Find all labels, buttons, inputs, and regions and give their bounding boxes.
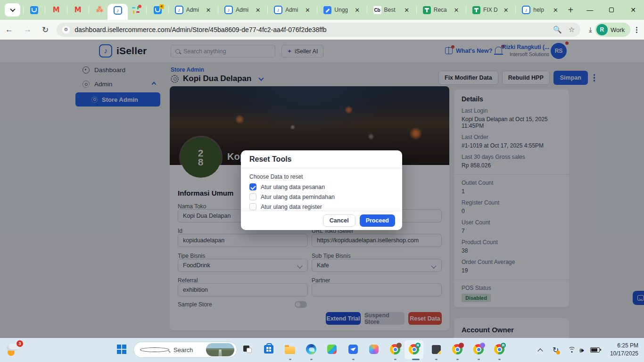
- crunchbase-icon: Cb: [373, 6, 381, 14]
- tray-hidden-icons[interactable]: [538, 338, 542, 362]
- wing-icon: [348, 345, 358, 354]
- weather-widget[interactable]: 3: [7, 342, 24, 358]
- intercom-icon: [30, 6, 38, 14]
- tray-wifi[interactable]: [568, 338, 576, 362]
- file-explorer-button[interactable]: [283, 342, 297, 356]
- taskbar-search[interactable]: Search: [133, 342, 237, 358]
- reload-button[interactable]: ↻: [37, 25, 54, 35]
- microsoft-store-button[interactable]: [262, 342, 276, 356]
- close-icon[interactable]: ✕: [552, 7, 559, 14]
- back-button[interactable]: ←: [0, 25, 18, 34]
- bookmark-star-icon[interactable]: ☆: [569, 25, 575, 34]
- checkbox-unchecked[interactable]: [249, 193, 256, 200]
- gmail-icon: M: [53, 6, 60, 14]
- close-icon[interactable]: ✕: [255, 7, 261, 14]
- close-window-button[interactable]: ✕: [622, 0, 644, 20]
- pinned-tab-gmail-2[interactable]: M: [70, 2, 86, 18]
- url-text[interactable]: dashboard.isellercommerce.com/Admin/Stor…: [74, 26, 546, 33]
- maximize-button[interactable]: [601, 0, 622, 20]
- url-bar[interactable]: dashboard.isellercommerce.com/Admin/Stor…: [57, 23, 580, 37]
- lark-button[interactable]: [346, 342, 360, 356]
- checkbox-row[interactable]: Atur ulang data pesanan: [249, 183, 394, 190]
- speaker-icon: 🕪: [579, 346, 584, 354]
- site-settings-icon[interactable]: [62, 26, 70, 33]
- tray-battery[interactable]: [590, 338, 600, 362]
- iseller-icon: ♪: [114, 6, 122, 15]
- tray-update[interactable]: ↻: [553, 338, 559, 362]
- iseller-icon: ♪: [175, 6, 183, 14]
- copilot-button[interactable]: [367, 342, 381, 356]
- edge-icon: [306, 344, 316, 354]
- pinned-tab-hubspot[interactable]: ⁂: [92, 2, 107, 18]
- spreadsheet-icon: [472, 6, 480, 14]
- close-icon[interactable]: ✕: [453, 7, 460, 14]
- checkbox-checked[interactable]: [249, 183, 256, 190]
- taskbar-clock[interactable]: 6:25 PM 10/17/2025: [610, 342, 638, 358]
- search-highlight-image: [206, 343, 234, 356]
- downloads-icon[interactable]: ⤓: [589, 25, 592, 34]
- iseller-icon: ♪: [274, 6, 282, 14]
- tab-recap[interactable]: Reca✕: [420, 2, 463, 18]
- windows-taskbar: 3 Search R R ↻ 🕪 6:25 PM 10/17/2025: [0, 338, 644, 362]
- pinned-tab-iseller-active[interactable]: ♪: [107, 4, 128, 20]
- minimize-button[interactable]: —: [579, 0, 601, 20]
- pinned-tab-intercom[interactable]: [26, 2, 42, 18]
- profile-photo-badge: [459, 343, 464, 348]
- tab-admin-3[interactable]: ♪Admi✕: [271, 2, 314, 18]
- tab-unggah[interactable]: Ungg✕: [320, 2, 363, 18]
- bluestacks-icon: [327, 345, 337, 354]
- update-icon: ↻: [553, 346, 559, 354]
- browser-menu-icon[interactable]: [632, 27, 644, 33]
- browser-chrome: M M ⁂ ♪ 4 ♪Admi✕ ♪Admi✕ ♪Admi✕ Ungg✕ CbB…: [0, 0, 644, 40]
- browser-profile-chip[interactable]: R Work: [595, 23, 630, 37]
- proceed-button[interactable]: Proceed: [360, 214, 395, 227]
- chevron-down-icon: [10, 7, 15, 12]
- active-app-indicator: [412, 359, 420, 360]
- close-icon[interactable]: ✕: [503, 7, 509, 14]
- zoom-icon[interactable]: 🔍: [553, 25, 562, 34]
- notification-dot: [138, 5, 141, 8]
- tab-search-button[interactable]: [5, 3, 20, 16]
- close-icon[interactable]: ✕: [205, 7, 212, 14]
- pinned-tab-slack[interactable]: [128, 2, 143, 18]
- chevron-up-icon: [537, 348, 543, 354]
- profile-avatar: R: [596, 24, 608, 35]
- new-tab-button[interactable]: +: [562, 5, 579, 16]
- close-icon[interactable]: ✕: [404, 7, 410, 14]
- tab-admin-1[interactable]: ♪Admi✕: [172, 2, 215, 18]
- cancel-button[interactable]: Cancel: [323, 214, 355, 227]
- checkbox-unchecked[interactable]: [249, 203, 256, 210]
- bluestacks-button[interactable]: [325, 342, 339, 356]
- edge-button[interactable]: [304, 342, 318, 356]
- pinned-tab-messenger[interactable]: 4: [149, 2, 165, 18]
- tab-fix[interactable]: FIX D✕: [469, 2, 512, 18]
- start-button[interactable]: [115, 342, 129, 356]
- sticky-notes-button[interactable]: [429, 342, 443, 356]
- checkbox-row[interactable]: Atur ulang data pemindahan: [249, 193, 394, 200]
- close-icon[interactable]: ✕: [304, 7, 311, 14]
- battery-icon: [590, 347, 600, 353]
- close-icon[interactable]: ✕: [354, 7, 361, 14]
- chrome-profile1-button[interactable]: [388, 342, 402, 356]
- tray-volume[interactable]: 🕪: [579, 338, 584, 362]
- browser-toolbar: ← → ↻ dashboard.isellercommerce.com/Admi…: [0, 20, 644, 40]
- chrome-profile3-button[interactable]: [471, 342, 486, 356]
- task-view-button[interactable]: [240, 342, 255, 356]
- tab-best[interactable]: CbBest✕: [370, 2, 413, 18]
- maximize-icon: [609, 8, 614, 12]
- badge-count: 4: [159, 4, 164, 9]
- chrome-active-button[interactable]: R: [407, 342, 421, 356]
- pencil-doc-icon: [323, 6, 331, 14]
- pinned-tab-gmail-1[interactable]: M: [48, 2, 64, 18]
- chrome-profile4-button[interactable]: R: [492, 342, 506, 356]
- forward-button[interactable]: →: [18, 25, 37, 34]
- iseller-icon: ♪: [224, 6, 233, 14]
- checkbox-row[interactable]: Atur ulang data register: [249, 203, 394, 210]
- tab-admin-2[interactable]: ♪Admi✕: [221, 2, 264, 18]
- tab-strip: M M ⁂ ♪ 4 ♪Admi✕ ♪Admi✕ ♪Admi✕ Ungg✕ CbB…: [0, 0, 644, 20]
- chrome-profile2-button[interactable]: [450, 342, 464, 356]
- profile-badge-r: R: [501, 343, 506, 348]
- iseller-icon: ♪: [522, 6, 530, 14]
- tab-help[interactable]: ♪help✕: [519, 2, 562, 18]
- gmail-icon: M: [74, 6, 82, 14]
